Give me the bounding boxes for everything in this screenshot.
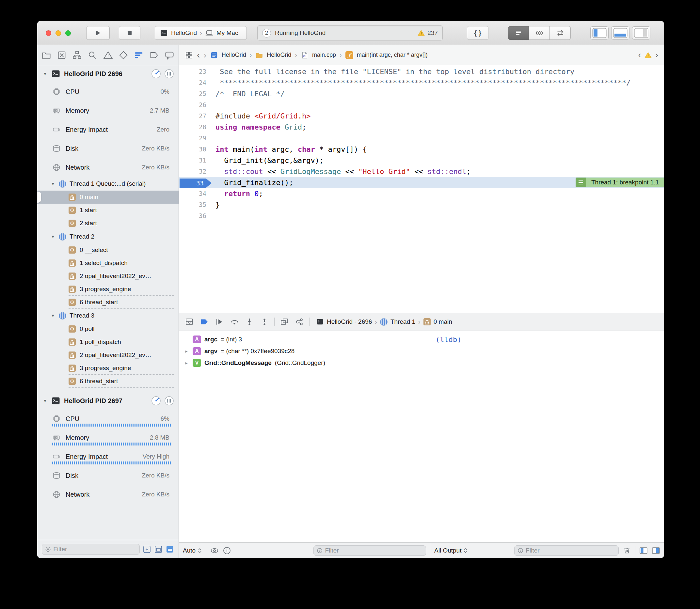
- debug-view-hierarchy-button[interactable]: [279, 317, 290, 327]
- stack-frame-row[interactable]: 3 progress_engine: [37, 283, 178, 296]
- line-number[interactable]: 31: [179, 157, 206, 164]
- stack-frame-row[interactable]: ⚙0 poll: [37, 323, 178, 335]
- disclosure-triangle[interactable]: ▸: [184, 360, 189, 366]
- toggle-debug-area-button[interactable]: [611, 27, 630, 39]
- code-line[interactable]: 27#include <Grid/Grid.h>: [179, 110, 664, 121]
- code-line[interactable]: 34 return 0;: [179, 188, 664, 199]
- line-number[interactable]: 28: [179, 123, 206, 130]
- gauge-row-energy[interactable]: Energy ImpactZero: [37, 120, 178, 139]
- breadcrumb-file[interactable]: main.cpp: [312, 52, 336, 58]
- activity-view[interactable]: 2 Running HelloGrid 237: [257, 25, 443, 40]
- gauge-row-energy[interactable]: Energy ImpactVery High: [37, 447, 178, 466]
- navigator-tab-breakpoints[interactable]: [148, 49, 160, 61]
- stack-frame-row[interactable]: ⚙1 start: [37, 204, 178, 217]
- step-out-button[interactable]: [259, 317, 270, 327]
- navigator-tab-symbols[interactable]: [71, 49, 83, 61]
- variable-row[interactable]: ▸VGrid::GridLogMessage(Grid::GridLogger): [179, 357, 430, 369]
- toggle-inspector-button[interactable]: [632, 27, 650, 39]
- memory-graph-button[interactable]: [294, 317, 305, 327]
- continue-button[interactable]: [214, 317, 225, 327]
- console-view[interactable]: (lldb): [430, 331, 664, 542]
- issues-summary[interactable]: 237: [417, 29, 438, 37]
- line-number[interactable]: 36: [179, 212, 206, 219]
- code-line[interactable]: 29: [179, 133, 664, 144]
- zoom-window-button[interactable]: [65, 30, 71, 36]
- version-editor-button[interactable]: [550, 26, 571, 40]
- code-line[interactable]: 26: [179, 99, 664, 110]
- toggle-navigator-button[interactable]: [590, 27, 609, 39]
- line-number[interactable]: 24: [179, 79, 206, 86]
- show-console-view-button[interactable]: [652, 546, 660, 555]
- line-number[interactable]: 29: [179, 135, 206, 142]
- code-line[interactable]: 25/* END LEGAL */: [179, 88, 664, 99]
- stack-frame-row[interactable]: ⚙0 __select: [37, 243, 178, 257]
- profile-gauge-button[interactable]: [151, 396, 161, 406]
- pause-process-button[interactable]: [164, 396, 174, 406]
- line-number[interactable]: 23: [179, 68, 206, 75]
- stack-frame-row[interactable]: ⚙6 thread_start: [37, 375, 178, 388]
- step-over-button[interactable]: [229, 317, 240, 327]
- next-issue-button[interactable]: ›: [655, 50, 658, 60]
- console-scope-popup[interactable]: All Output: [434, 547, 468, 554]
- disclosure-triangle[interactable]: ▾: [42, 71, 48, 77]
- variable-row[interactable]: Aargc= (int) 3: [179, 333, 430, 345]
- console-filter-field[interactable]: [514, 545, 619, 556]
- run-button[interactable]: [86, 26, 110, 40]
- line-number[interactable]: 34: [179, 190, 206, 197]
- source-editor[interactable]: 23 See the full license in the file "LIC…: [179, 65, 664, 313]
- gauge-row-network[interactable]: NetworkZero KB/s: [37, 158, 178, 177]
- navigator-tab-issues[interactable]: [102, 49, 114, 61]
- code-line[interactable]: 32 std::cout << GridLogMessage << "Hello…: [179, 166, 664, 177]
- line-number[interactable]: 25: [179, 90, 206, 97]
- line-number[interactable]: 26: [179, 101, 206, 108]
- code-line[interactable]: 35}: [179, 199, 664, 210]
- stack-frame-row[interactable]: 3 progress_engine: [37, 362, 178, 375]
- stop-button[interactable]: [119, 26, 140, 40]
- navigator-tab-tests[interactable]: [118, 49, 129, 61]
- stack-frame-row[interactable]: 2 opal_libevent2022_ev…: [37, 349, 178, 362]
- line-number[interactable]: 27: [179, 112, 206, 119]
- navigator-tab-project[interactable]: [40, 49, 52, 61]
- hide-debug-area-button[interactable]: [184, 317, 194, 327]
- debug-thread[interactable]: Thread 1: [391, 318, 415, 325]
- gauge-row-memory[interactable]: Memory2.7 MB: [37, 101, 178, 120]
- variables-scope-popup[interactable]: Auto: [183, 547, 202, 554]
- line-number[interactable]: 32: [179, 168, 206, 175]
- stack-frame-row[interactable]: 0 main: [37, 191, 178, 204]
- stack-frame-row[interactable]: 1 select_dispatch: [37, 257, 178, 269]
- disclosure-triangle[interactable]: ▾: [50, 181, 55, 187]
- stack-frame-row[interactable]: 2 opal_libevent2022_ev…: [37, 269, 178, 283]
- navigator-filter-input[interactable]: [53, 546, 136, 553]
- process-row[interactable]: ▾HelloGrid PID 2697: [37, 392, 178, 409]
- disclosure-triangle[interactable]: ▾: [50, 313, 55, 318]
- code-line[interactable]: 33 Grid_finalize();Thread 1: breakpoint …: [179, 177, 664, 188]
- warning-icon[interactable]: [644, 51, 652, 59]
- toggle-breakpoints-button[interactable]: [199, 317, 210, 327]
- close-window-button[interactable]: [46, 30, 51, 36]
- console-filter-input[interactable]: [526, 547, 615, 554]
- gauge-row-disk[interactable]: DiskZero KB/s: [37, 466, 178, 485]
- clear-console-button[interactable]: [622, 546, 631, 555]
- profile-gauge-button[interactable]: [151, 69, 161, 79]
- stack-frame-row[interactable]: 1 poll_dispatch: [37, 335, 178, 349]
- go-back-button[interactable]: ‹: [197, 51, 200, 60]
- show-stacks-button[interactable]: [154, 545, 163, 554]
- quick-look-button[interactable]: [210, 546, 219, 555]
- gauge-row-network[interactable]: NetworkZero KB/s: [37, 485, 178, 504]
- process-row[interactable]: ▾HelloGrid PID 2696: [37, 65, 178, 82]
- code-line[interactable]: 31 Grid_init(&argc,&argv);: [179, 155, 664, 166]
- line-number[interactable]: 30: [179, 145, 206, 153]
- breadcrumb-group[interactable]: HelloGrid: [267, 52, 291, 58]
- previous-issue-button[interactable]: ‹: [638, 50, 641, 60]
- variables-filter-input[interactable]: [325, 547, 423, 554]
- breadcrumb-project[interactable]: HelloGrid: [222, 52, 246, 58]
- code-line[interactable]: 23 See the full license in the file "LIC…: [179, 66, 664, 77]
- code-line[interactable]: 36: [179, 210, 664, 221]
- stack-frame-row[interactable]: ⚙2 start: [37, 217, 178, 230]
- disclosure-triangle[interactable]: ▸: [184, 349, 189, 354]
- minimize-window-button[interactable]: [55, 30, 61, 36]
- variable-row[interactable]: ▸Aargv= (char **) 0x7ffee9039c28: [179, 345, 430, 357]
- show-paused-only-button[interactable]: [143, 545, 151, 554]
- debug-frame[interactable]: 0 main: [433, 318, 452, 325]
- navigator-tab-source-control[interactable]: [56, 49, 68, 61]
